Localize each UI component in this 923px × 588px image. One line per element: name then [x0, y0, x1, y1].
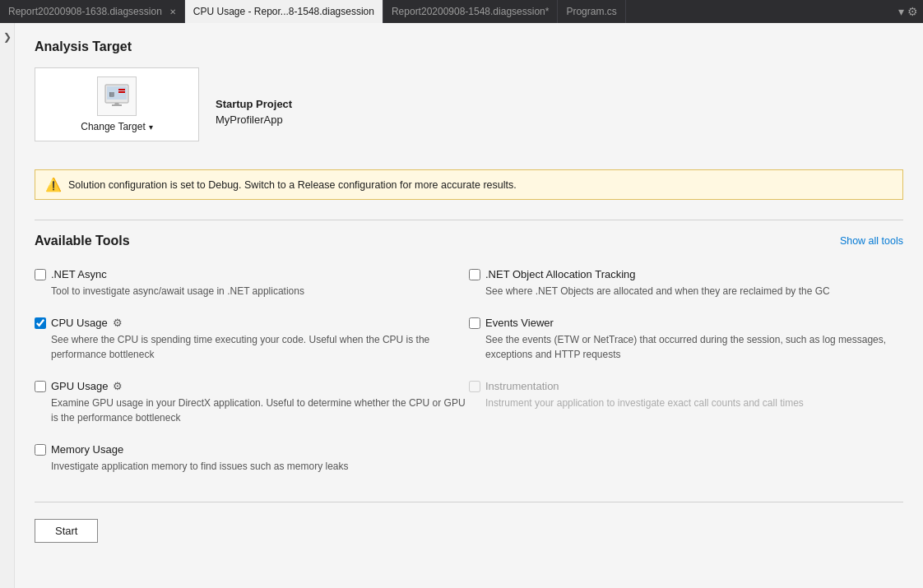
instrumentation-desc: Instrument your application to investiga… — [485, 396, 903, 410]
tool-item-dotnet-async: .NET Async Tool to investigate async/awa… — [35, 262, 469, 310]
main-layout: ❯ Analysis Target ▤ — [0, 23, 923, 588]
tool-header-cpu-usage: CPU Usage ⚙ — [35, 317, 469, 329]
cpu-usage-name: CPU Usage — [51, 317, 108, 329]
memory-usage-name: Memory Usage — [51, 443, 123, 456]
tab-bar: Report20200908-1638.diagsession ✕ CPU Us… — [0, 0, 923, 23]
tool-item-dotnet-object: .NET Object Allocation Tracking See wher… — [469, 262, 903, 310]
tab-label: Program.cs — [566, 6, 616, 17]
instrumentation-name: Instrumentation — [485, 380, 559, 392]
dotnet-object-checkbox[interactable] — [469, 269, 480, 280]
events-viewer-checkbox[interactable] — [469, 317, 480, 329]
tab-label: CPU Usage - Repor...8-1548.diagsession — [193, 6, 374, 17]
tab-program-cs[interactable]: Program.cs — [558, 0, 625, 23]
gpu-usage-name: GPU Usage — [51, 380, 108, 392]
dotnet-async-desc: Tool to investigate async/await usage in… — [51, 284, 469, 299]
start-button[interactable]: Start — [35, 519, 98, 543]
tab-settings-icon[interactable]: ⚙ — [907, 5, 918, 18]
tool-header-dotnet-async: .NET Async — [35, 268, 469, 280]
memory-usage-checkbox[interactable] — [35, 444, 46, 456]
tool-item-memory-usage: Memory Usage Investigate application mem… — [35, 437, 469, 485]
dotnet-async-name: .NET Async — [51, 268, 107, 280]
target-icon: ▤ — [97, 76, 137, 116]
change-target-label: Change Target ▾ — [81, 121, 153, 132]
events-viewer-desc: See the events (ETW or NetTrace) that oc… — [485, 332, 903, 362]
tab-diagsession-1548[interactable]: Report20200908-1548.diagsession* — [383, 0, 558, 23]
bottom-section: Start — [35, 502, 903, 543]
tools-grid: .NET Async Tool to investigate async/awa… — [35, 262, 903, 485]
tool-item-empty — [469, 437, 903, 485]
dotnet-async-checkbox[interactable] — [35, 269, 46, 280]
main-content: Analysis Target ▤ Change Target — [15, 23, 923, 588]
section-divider — [35, 220, 903, 220]
sidebar-toggle-icon: ❯ — [3, 31, 12, 43]
tool-header-dotnet-object: .NET Object Allocation Tracking — [469, 268, 903, 280]
tool-item-instrumentation: Instrumentation Instrument your applicat… — [469, 373, 903, 437]
tab-controls: ▾ ⚙ — [893, 5, 923, 18]
tool-item-gpu-usage: GPU Usage ⚙ Examine GPU usage in your Di… — [35, 373, 469, 437]
tools-header: Available Tools Show all tools — [35, 234, 903, 248]
target-svg-icon: ▤ — [104, 83, 130, 109]
tab-label: Report20200908-1638.diagsession — [8, 6, 162, 17]
tab-dropdown-icon[interactable]: ▾ — [898, 5, 904, 18]
tool-header-gpu-usage: GPU Usage ⚙ — [35, 380, 469, 392]
change-target-button[interactable]: ▤ Change Target ▾ — [35, 67, 199, 141]
startup-project-label: Startup Project — [216, 98, 292, 110]
tool-item-cpu-usage: CPU Usage ⚙ See where the CPU is spendin… — [35, 310, 469, 373]
cpu-usage-gear-icon[interactable]: ⚙ — [113, 317, 123, 329]
warning-banner: ⚠️ Solution configuration is set to Debu… — [35, 169, 903, 200]
dotnet-object-desc: See where .NET Objects are allocated and… — [485, 284, 903, 299]
analysis-target-title: Analysis Target — [35, 39, 903, 54]
cpu-usage-desc: See where the CPU is spending time execu… — [51, 332, 469, 362]
gpu-usage-gear-icon[interactable]: ⚙ — [113, 380, 123, 392]
gpu-usage-desc: Examine GPU usage in your DirectX applic… — [51, 396, 469, 425]
available-tools-title: Available Tools — [35, 234, 130, 248]
target-row: ▤ Change Target ▾ Startup Project MyProf… — [35, 67, 903, 156]
gpu-usage-checkbox[interactable] — [35, 381, 46, 392]
tool-item-events-viewer: Events Viewer See the events (ETW or Net… — [469, 310, 903, 373]
tab-close-icon[interactable]: ✕ — [169, 7, 176, 16]
project-name: MyProfilerApp — [216, 113, 292, 126]
cpu-usage-checkbox[interactable] — [35, 317, 46, 329]
svg-rect-3 — [112, 104, 122, 106]
tab-diagsession-1638[interactable]: Report20200908-1638.diagsession ✕ — [0, 0, 185, 23]
sidebar-toggle[interactable]: ❯ — [0, 23, 15, 588]
tab-label: Report20200908-1548.diagsession* — [392, 6, 549, 17]
events-viewer-name: Events Viewer — [485, 317, 554, 329]
show-all-tools-link[interactable]: Show all tools — [840, 235, 903, 247]
tool-header-instrumentation: Instrumentation — [469, 380, 903, 392]
instrumentation-checkbox — [469, 381, 480, 392]
startup-info: Startup Project MyProfilerApp — [216, 98, 292, 126]
dropdown-arrow-icon: ▾ — [149, 123, 153, 132]
warning-text: Solution configuration is set to Debug. … — [68, 179, 517, 191]
dotnet-object-name: .NET Object Allocation Tracking — [485, 268, 636, 280]
tool-header-events-viewer: Events Viewer — [469, 317, 903, 329]
svg-text:▤: ▤ — [109, 90, 114, 98]
memory-usage-desc: Investigate application memory to find i… — [51, 459, 469, 474]
tab-cpu-usage[interactable]: CPU Usage - Repor...8-1548.diagsession — [185, 0, 383, 23]
warning-icon: ⚠️ — [45, 177, 62, 192]
tool-header-memory-usage: Memory Usage — [35, 443, 469, 456]
